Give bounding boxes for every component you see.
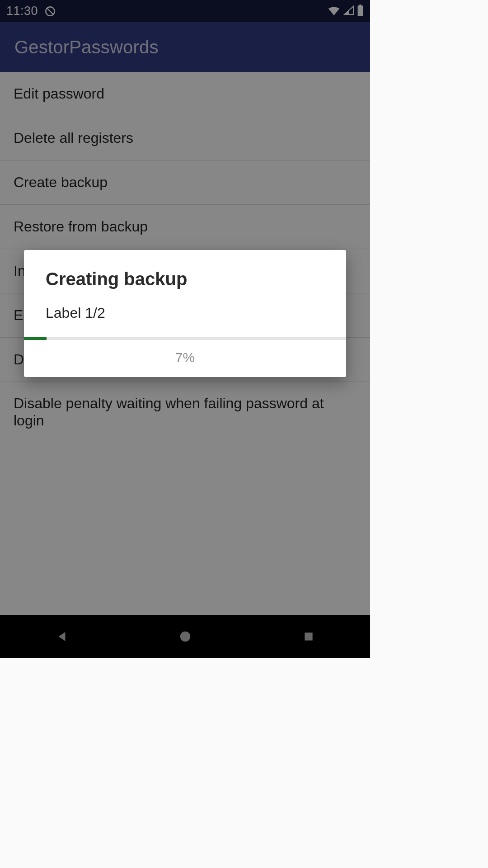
progress-dialog: Creating backup Label 1/2 7%	[24, 250, 346, 377]
progress-bar	[24, 337, 346, 340]
dialog-title: Creating backup	[24, 250, 346, 298]
progress-percent-label: 7%	[24, 340, 346, 377]
progress-bar-fill	[24, 337, 47, 340]
dialog-subtitle: Label 1/2	[24, 298, 346, 337]
